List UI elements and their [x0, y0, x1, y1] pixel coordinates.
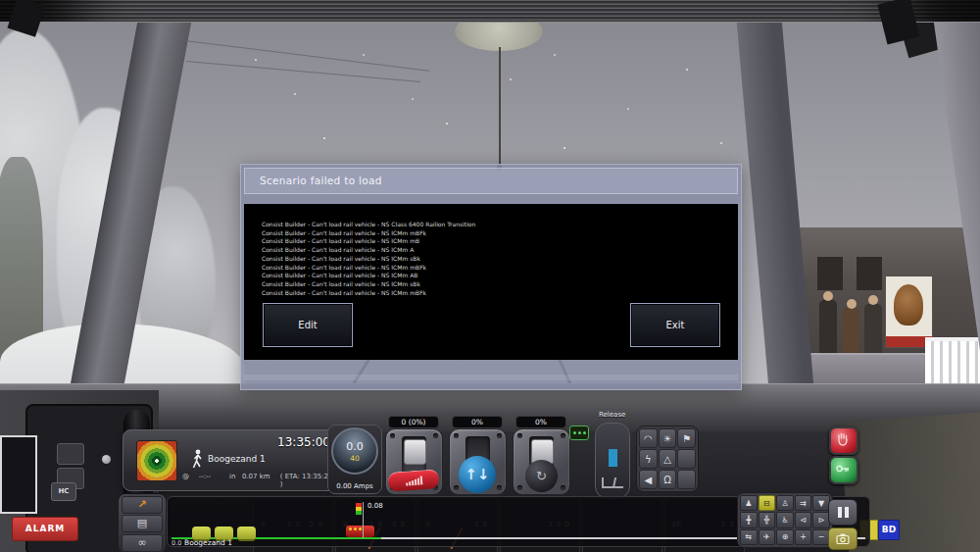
pantograph-button[interactable]: ϟ: [639, 449, 658, 469]
train-brake-readout: 0%: [452, 416, 503, 428]
monitor-speed-readout: 0.0: [172, 539, 181, 547]
person-head: [847, 299, 857, 309]
coupling-button[interactable]: ∞: [122, 534, 163, 552]
dialog-title: Scenario failed to load: [260, 175, 382, 186]
console-error-line: Consist Builder - Can't load rail vehicl…: [262, 280, 728, 289]
wiper-button[interactable]: ◠: [639, 428, 658, 448]
release-label: Release: [599, 411, 625, 419]
heli-2-camera-button[interactable]: ╬: [759, 512, 776, 527]
sander-button[interactable]: △: [659, 449, 677, 469]
screenshot-button[interactable]: [828, 527, 858, 550]
engine-brake-readout: 0%: [515, 416, 566, 428]
bell-button[interactable]: Ω: [659, 470, 677, 489]
side-camera-button[interactable]: ⇉: [795, 495, 812, 511]
exit-button[interactable]: Exit: [630, 303, 720, 347]
cab-controls-grid: ◠☀⚑ϟ△◀Ω: [636, 426, 699, 492]
eta: ( ETA: 13:35:21 ): [280, 473, 333, 488]
pennant-button[interactable]: ⚑: [677, 428, 696, 448]
edit-button[interactable]: Edit: [263, 303, 353, 347]
throttle-power-indicator: [387, 469, 439, 492]
walk-camera-button[interactable]: ♙: [776, 495, 794, 511]
lever-housing: ↻: [513, 428, 570, 495]
scenario-failed-dialog: Scenario failed to load Consist Builder …: [240, 164, 742, 390]
world-camera-button[interactable]: ⊕: [776, 529, 794, 545]
dialog-foot-band: [244, 375, 738, 380]
pause-button[interactable]: [828, 499, 858, 526]
hud-dock: ↗▤∞: [118, 493, 167, 552]
next-event-distance: 0.08: [368, 502, 383, 510]
signal-status-icon: [569, 426, 589, 440]
heli-1-camera-button[interactable]: ╋: [740, 512, 758, 527]
zoom-in-button[interactable]: +: [795, 529, 812, 545]
console-error-line: Consist Builder - Can't load rail vehicl…: [262, 229, 728, 238]
free-camera-button[interactable]: ✈: [759, 529, 776, 545]
error-console: Consist Builder - Can't load rail vehicl…: [244, 204, 738, 360]
console-error-line: Consist Builder - Can't load rail vehicl…: [262, 246, 728, 255]
console-error-line: Consist Builder - Can't load rail vehicl…: [262, 289, 728, 298]
error-list: Consist Builder - Can't load rail vehicl…: [262, 221, 728, 297]
train-simulator-screen: HC ALARM BD Scenario failed to load Cons…: [0, 0, 980, 552]
next-event-line: [363, 502, 364, 538]
assignment-button[interactable]: ↗: [122, 496, 163, 514]
person-head: [868, 295, 878, 305]
walking-person-icon: [190, 449, 205, 471]
console-error-line: Consist Builder - Can't load rail vehicl…: [262, 272, 728, 280]
hand-icon: [835, 431, 851, 447]
bd-badge: BD: [878, 520, 900, 540]
camera-selection-panel: ♟⊟♙⇉▼╋╬♿⊲⊳⇆✈⊕+−: [737, 492, 833, 548]
alarm-button[interactable]: ALARM: [12, 517, 78, 541]
horn-button[interactable]: ◀: [639, 470, 658, 489]
poster-dog-image: [894, 284, 923, 326]
seat-icon: [612, 477, 625, 488]
performance-target-gauge: [136, 440, 177, 481]
console-error-line: Consist Builder - Can't load rail vehicl…: [262, 255, 728, 264]
camera-icon: [836, 533, 850, 544]
cab-button[interactable]: [57, 443, 84, 465]
lever-housing: [385, 428, 443, 495]
cab-sunblind: [0, 0, 980, 22]
scenario-name: Boogezand 1: [208, 454, 266, 464]
console-error-line: Consist Builder - Can't load rail vehicl…: [262, 237, 728, 246]
passenger-camera-button[interactable]: ♿: [776, 512, 794, 527]
release-level-bar: [609, 449, 617, 467]
building-window: [857, 257, 882, 290]
building-window: [817, 257, 843, 290]
seat-icon: [602, 477, 612, 488]
emergency-stop-button[interactable]: [829, 427, 858, 455]
cab-camera-button[interactable]: ♟: [740, 495, 758, 511]
lamp-cord: [499, 47, 501, 167]
monitor-route-label: Boogezand 1: [184, 538, 232, 547]
stop-distance: 0.07 km: [242, 473, 280, 488]
console-error-line: Consist Builder - Can't load rail vehicl…: [262, 264, 728, 273]
key-icon: [835, 461, 851, 477]
next-stop-row: @ --:-- in 0.07 km ( ETA: 13:35:21 ): [182, 473, 333, 488]
hc-button[interactable]: HC: [51, 482, 76, 501]
timetable-button[interactable]: ▤: [122, 515, 163, 532]
lights-button[interactable]: ☀: [659, 428, 677, 448]
lever-housing: ↑↓: [449, 428, 507, 495]
speedometer-module: 0.0 40 0.00 Amps: [327, 425, 382, 494]
gradient-blob: [237, 527, 256, 541]
brake-release-gauge: [595, 423, 630, 499]
master-key-button[interactable]: [829, 456, 858, 484]
train-camera-button[interactable]: ⊟: [759, 495, 776, 511]
player-train-marker: [346, 526, 374, 537]
signal-flag-icon: [356, 503, 362, 515]
rotate-brake-icon[interactable]: ↻: [525, 460, 558, 492]
at-symbol: @: [182, 473, 199, 488]
lever-knob[interactable]: [404, 439, 426, 465]
ammeter-readout: 0.00 Amps: [328, 482, 381, 490]
speed-value: 0.0: [333, 440, 376, 453]
indicator-light: [102, 455, 111, 464]
camera-left-button[interactable]: ⊲: [795, 512, 812, 527]
stop-time: --:--: [199, 473, 229, 488]
speed-dial: 0.0 40: [331, 427, 378, 475]
speed-limit: 40: [333, 454, 376, 463]
console-error-line: Consist Builder - Can't load rail vehicl…: [262, 221, 728, 229]
blank-button: [677, 449, 696, 469]
brake-up-down-icon[interactable]: ↑↓: [459, 456, 496, 493]
bogie-camera-button[interactable]: ⇆: [740, 529, 758, 545]
in-label: in: [229, 473, 242, 488]
blank-button: [677, 470, 696, 489]
cab-display: [0, 435, 37, 514]
